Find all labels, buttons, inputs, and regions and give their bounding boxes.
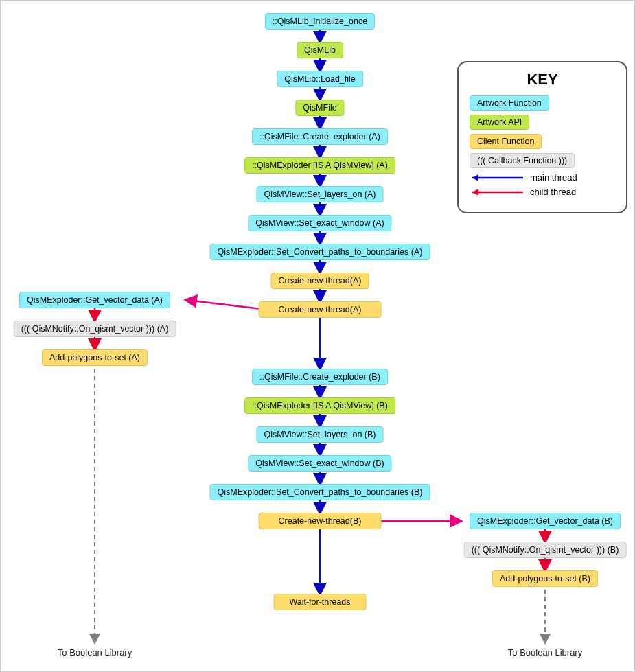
legend-client-function: Client Function (470, 134, 542, 149)
node-set-layers-on-b: QisMView::Set_layers_on (B) (256, 426, 383, 443)
legend-child-thread-label: child thread (530, 187, 576, 197)
flowchart-canvas: ::QisMLib_initialize_once QisMLib QisMLi… (0, 0, 635, 672)
svg-line-17 (186, 300, 267, 310)
node-load-file: QisMLib::Load_file (277, 71, 363, 87)
legend-artwork-api: Artwork API (470, 115, 529, 130)
legend-main-thread-arrow (470, 173, 524, 183)
legend-callback-function: ((( Callback Function ))) (470, 153, 575, 168)
node-create-new-thread-b: Create-new-thread(B) (259, 513, 382, 529)
node-wait-for-threads: Wait-for-threads (273, 594, 366, 610)
node-set-exact-window-b: QisMView::Set_exact_window (B) (248, 455, 391, 472)
node-qismfile: QisMFile (295, 100, 344, 116)
node-qismexploder-a: ::QisMExploder [IS A QisMView] (A) (244, 157, 395, 174)
node-create-exploder-a: ::QisMFile::Create_exploder (A) (252, 128, 388, 145)
legend-artwork-function: Artwork Function (470, 95, 549, 111)
legend-box: KEY Artwork Function Artwork API Client … (457, 61, 627, 213)
node-set-convert-paths-b: QisMExploder::Set_Convert_paths_to_bound… (210, 484, 430, 500)
node-qismlib: QisMLib (297, 42, 343, 58)
node-initialize-once: ::QisMLib_initialize_once (265, 13, 375, 30)
node-qismexploder-b: ::QisMExploder [IS A QisMView] (B) (244, 397, 395, 414)
node-create-new-thread-a-2: Create-new-thread(A) (259, 301, 382, 318)
legend-main-thread-label: main thread (530, 172, 577, 183)
node-create-new-thread-a: Create-new-thread(A) (271, 273, 369, 289)
node-on-qismt-vector-a: ((( QisMNotify::On_qismt_vector ))) (A) (14, 321, 176, 337)
node-on-qismt-vector-b: ((( QisMNotify::On_qismt_vector ))) (B) (464, 542, 627, 558)
node-add-polygons-b: Add-polygons-to-set (B) (492, 570, 598, 587)
node-set-exact-window-a: QisMView::Set_exact_window (A) (248, 215, 391, 231)
node-add-polygons-a: Add-polygons-to-set (A) (42, 349, 148, 366)
legend-child-thread-arrow (470, 187, 524, 197)
node-set-layers-on-a: QisMView::Set_layers_on (A) (256, 186, 383, 202)
node-create-exploder-b: ::QisMFile::Create_exploder (B) (252, 369, 388, 385)
label-to-boolean-library-a: To Boolean Library (58, 647, 132, 658)
label-to-boolean-library-b: To Boolean Library (508, 647, 582, 658)
node-get-vector-data-a: QisMExploder::Get_vector_data (A) (19, 292, 170, 308)
node-set-convert-paths-a: QisMExploder::Set_Convert_paths_to_bound… (210, 244, 430, 260)
node-get-vector-data-b: QisMExploder::Get_vector_data (B) (470, 513, 621, 529)
legend-title: KEY (470, 71, 615, 89)
